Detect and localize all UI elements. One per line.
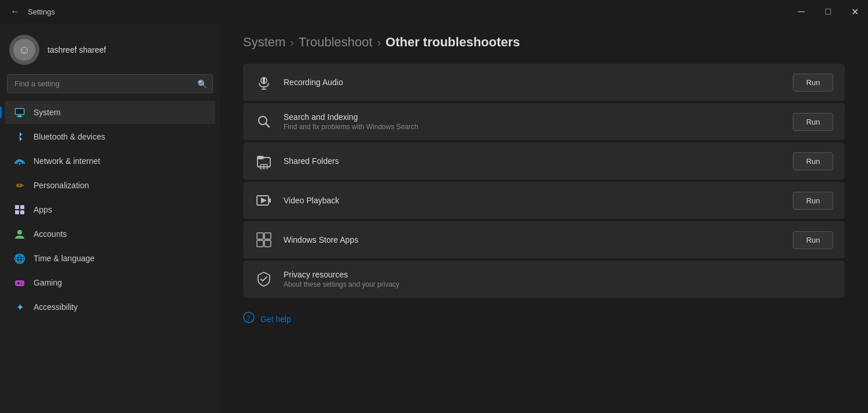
video-playback-info: Video Playback (284, 196, 782, 205)
sidebar-item-personalization-label: Personalization (34, 181, 89, 190)
bluetooth-icon (14, 131, 25, 142)
user-section: ☺ tashreef shareef (0, 23, 220, 74)
breadcrumb-sep-2: › (377, 36, 381, 49)
troubleshooter-item-privacy: Privacy resources About these settings a… (243, 261, 845, 298)
shared-folders-info: Shared Folders (284, 156, 782, 166)
main-content: System › Troubleshoot › Other troublesho… (220, 23, 868, 413)
svg-point-13 (21, 282, 23, 283)
svg-point-9 (17, 230, 22, 235)
sidebar-item-time[interactable]: 🌐 Time & language (5, 247, 215, 270)
svg-rect-32 (264, 240, 271, 247)
recording-audio-title: Recording Audio (284, 78, 782, 87)
app-title: Settings (28, 8, 55, 16)
avatar: ☺ (9, 35, 39, 65)
sidebar-item-time-label: Time & language (34, 254, 94, 263)
search-box: 🔍 (7, 74, 213, 93)
privacy-desc: About these settings and your privacy (284, 280, 833, 288)
minimize-button[interactable]: ─ (788, 0, 815, 23)
svg-rect-31 (257, 240, 263, 247)
back-button[interactable]: ← (7, 3, 23, 20)
shared-folders-icon (255, 152, 273, 170)
accessibility-icon: ✦ (14, 301, 25, 313)
titlebar: ← Settings ─ □ ✕ (0, 0, 868, 23)
shared-folders-title: Shared Folders (284, 156, 782, 166)
sidebar-item-accounts[interactable]: Accounts (5, 222, 215, 246)
troubleshooter-item-shared-folders: Shared Folders Run (243, 142, 845, 180)
svg-point-14 (21, 283, 23, 284)
sidebar-item-accounts-label: Accounts (34, 229, 67, 239)
troubleshooter-item-video-playback: Video Playback Run (243, 182, 845, 219)
get-help-footer[interactable]: ? Get help (243, 298, 845, 326)
sidebar-item-apps[interactable]: Apps (5, 198, 215, 221)
search-input[interactable] (7, 74, 213, 93)
troubleshooter-item-search: Search and Indexing Find and fix problem… (243, 103, 845, 140)
svg-rect-12 (17, 283, 20, 284)
svg-rect-5 (15, 205, 19, 209)
search-indexing-run-button[interactable]: Run (793, 113, 833, 131)
breadcrumb-system[interactable]: System (243, 35, 285, 50)
search-indexing-title: Search and Indexing (284, 112, 782, 122)
search-indexing-info: Search and Indexing Find and fix problem… (284, 112, 782, 131)
window-controls: ─ □ ✕ (788, 0, 868, 23)
sidebar-item-bluetooth-label: Bluetooth & devices (34, 132, 105, 141)
network-icon (14, 155, 25, 167)
svg-rect-6 (20, 205, 24, 209)
windows-store-title: Windows Store Apps (284, 235, 782, 244)
svg-rect-30 (264, 233, 271, 239)
user-name: tashreef shareef (47, 45, 106, 54)
sidebar-item-system[interactable]: System (5, 101, 215, 124)
time-icon: 🌐 (14, 253, 25, 264)
svg-rect-2 (17, 116, 23, 117)
accounts-icon (14, 228, 25, 240)
get-help-icon: ? (243, 312, 255, 326)
sidebar-item-network-label: Network & internet (34, 156, 100, 166)
sidebar-item-network[interactable]: Network & internet (5, 149, 215, 173)
recording-audio-run-button[interactable]: Run (793, 74, 833, 92)
privacy-title: Privacy resources (284, 270, 833, 279)
troubleshooter-item-windows-store: Windows Store Apps Run (243, 221, 845, 258)
windows-store-run-button[interactable]: Run (793, 231, 833, 249)
svg-rect-1 (18, 115, 21, 116)
sidebar-item-accessibility[interactable]: ✦ Accessibility (5, 295, 215, 319)
sidebar-item-system-label: System (34, 108, 61, 117)
breadcrumb-troubleshoot[interactable]: Troubleshoot (299, 35, 373, 50)
svg-rect-29 (257, 233, 263, 239)
close-button[interactable]: ✕ (841, 0, 868, 23)
personalization-icon: ✏ (14, 180, 25, 191)
video-playback-title: Video Playback (284, 196, 782, 205)
svg-rect-8 (20, 210, 24, 214)
breadcrumb-current: Other troubleshooters (385, 35, 520, 50)
get-help-label[interactable]: Get help (260, 315, 291, 324)
svg-rect-7 (15, 210, 19, 214)
gaming-icon (14, 277, 25, 288)
svg-rect-27 (269, 198, 271, 203)
search-indexing-icon (255, 112, 273, 131)
sidebar-item-bluetooth[interactable]: Bluetooth & devices (5, 125, 215, 148)
svg-marker-28 (261, 198, 267, 203)
svg-point-4 (19, 163, 21, 165)
sidebar-item-accessibility-label: Accessibility (34, 302, 78, 312)
svg-rect-3 (16, 109, 24, 114)
privacy-icon (255, 270, 273, 288)
svg-rect-16 (263, 78, 265, 83)
sidebar-item-personalization[interactable]: ✏ Personalization (5, 174, 215, 197)
windows-store-info: Windows Store Apps (284, 235, 782, 244)
avatar-icon: ☺ (13, 39, 35, 61)
sidebar-item-gaming-label: Gaming (34, 278, 62, 287)
shared-folders-run-button[interactable]: Run (793, 152, 833, 170)
breadcrumb-sep-1: › (290, 36, 294, 49)
windows-store-icon (255, 231, 273, 249)
video-playback-run-button[interactable]: Run (793, 192, 833, 210)
sidebar-item-gaming[interactable]: Gaming (5, 271, 215, 294)
system-icon (14, 107, 25, 118)
recording-audio-icon (255, 73, 273, 92)
maximize-button[interactable]: □ (815, 0, 841, 23)
sidebar-item-apps-label: Apps (34, 205, 52, 214)
recording-audio-info: Recording Audio (284, 78, 782, 87)
svg-text:?: ? (247, 313, 251, 322)
troubleshooter-list: Recording Audio Run Search and Indexing … (243, 64, 845, 298)
troubleshooter-item-recording-audio: Recording Audio Run (243, 64, 845, 101)
video-playback-icon (255, 191, 273, 210)
sidebar: ☺ tashreef shareef 🔍 System (0, 23, 220, 413)
search-icon: 🔍 (197, 79, 207, 89)
